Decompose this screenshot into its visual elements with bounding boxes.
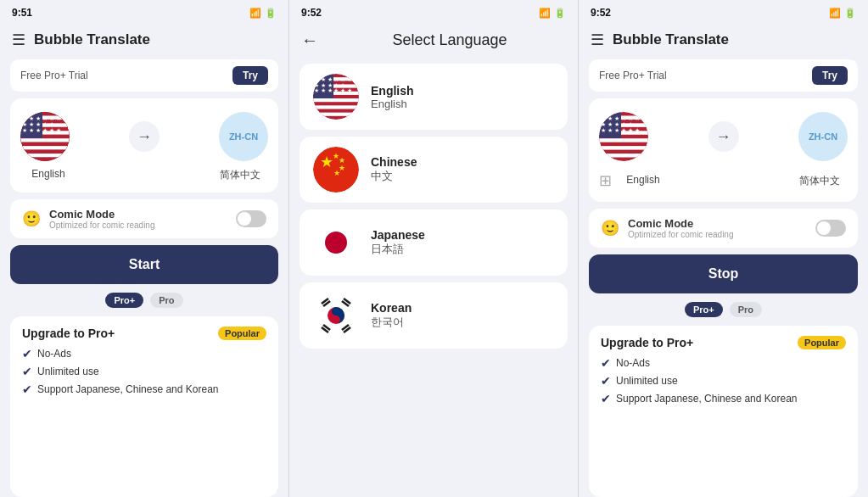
target-lang-label-1: 简体中文 — [216, 168, 265, 182]
svg-text:★: ★ — [333, 169, 340, 177]
upgrade-item-3-0: ✔ No-Ads — [601, 356, 846, 370]
lang-item-chinese[interactable]: ★ ★ ★ ★ ★ Chinese 中文 — [300, 137, 568, 203]
banner-3: Free Pro+ Trial Try — [589, 59, 858, 92]
comic-toggle-1[interactable] — [236, 210, 266, 227]
target-lang-label-3: 简体中文 — [795, 174, 844, 188]
comic-toggle-3[interactable] — [815, 220, 846, 237]
screen-3: 9:52 📶 🔋 ☰ Bubble Translate Free Pro+ Tr… — [579, 0, 868, 497]
battery-icon-1: 🔋 — [265, 8, 277, 19]
pro-badges-1: Pro+ Pro — [0, 293, 288, 308]
status-time-2: 9:52 — [301, 7, 322, 19]
pro-plus-badge-1[interactable]: Pro+ — [105, 293, 143, 308]
flag-english: ★ ★ ★ ★ ★ ★ ★ ★ ★ ★ ★ ★ ★ ★ ★ ★ ★ — [313, 74, 359, 120]
svg-rect-38 — [313, 105, 359, 109]
target-flag-3[interactable]: ZH-CN — [798, 112, 848, 161]
pro-badges-3: Pro+ Pro — [579, 302, 868, 317]
source-flag-3[interactable]: ★ ★ ★ ★ ★ ★ ★ ★ ★ ★ ★ ★ ★ ★ ★ ★ ★ — [599, 112, 648, 161]
svg-point-53 — [325, 232, 347, 254]
lang-row-3: ★ ★ ★ ★ ★ ★ ★ ★ ★ ★ ★ ★ ★ ★ ★ ★ ★ → ZH-C… — [599, 112, 848, 161]
svg-rect-72 — [599, 154, 648, 157]
pro-plus-badge-3[interactable]: Pro+ — [685, 302, 723, 317]
pro-badge-3[interactable]: Pro — [730, 302, 762, 317]
upgrade-item-3-2: ✔ Support Japanese, Chinese and Korean — [601, 392, 846, 405]
comic-info-1: Comic Mode Optimized for comic reading — [49, 208, 227, 230]
try-button-3[interactable]: Try — [812, 66, 848, 85]
svg-text:★ ★ ★ ★ ★: ★ ★ ★ ★ ★ — [22, 121, 54, 127]
kr-flag-list — [313, 293, 359, 338]
menu-icon-3[interactable]: ☰ — [591, 31, 604, 49]
lang-native-korean: 한국어 — [371, 315, 412, 330]
source-flag-1[interactable]: ★ ★ ★ ★ ★ ★ ★ ★ ★ ★ ★ ★ ★ ★ ★ ★ ★ — [20, 112, 70, 161]
lang-labels-3: English 简体中文 — [619, 174, 844, 188]
comic-mode-3: 🙂 Comic Mode Optimized for comic reading — [589, 209, 858, 248]
svg-rect-22 — [20, 138, 70, 142]
svg-rect-39 — [313, 113, 359, 116]
check-icon-1-1: ✔ — [22, 365, 32, 378]
status-bar-2: 9:52 📶 🔋 — [289, 0, 578, 24]
start-button-1[interactable]: Start — [10, 245, 278, 284]
upgrade-title-1: Upgrade to Pro+ — [22, 327, 115, 340]
lang-en-korean: Korean — [371, 301, 412, 315]
lang-native-english: English — [371, 98, 414, 110]
target-flag-1[interactable]: ZH-CN — [219, 112, 268, 161]
flag-chinese: ★ ★ ★ ★ ★ — [313, 147, 359, 193]
screen-2: 9:52 📶 🔋 ← Select Language — [289, 0, 579, 497]
upgrade-item-1-0: ✔ No-Ads — [22, 347, 266, 360]
stop-button-3[interactable]: Stop — [589, 254, 858, 293]
upgrade-item-text-1-1: Unlimited use — [37, 366, 99, 377]
flag-korean — [313, 293, 359, 338]
svg-rect-37 — [313, 98, 359, 102]
comic-subtitle-1: Optimized for comic reading — [49, 221, 227, 230]
signal-icon-2: 📶 — [539, 8, 551, 19]
upgrade-item-1-2: ✔ Support Japanese, Chinese and Korean — [22, 383, 266, 396]
lang-names-korean: Korean 한국어 — [371, 301, 412, 330]
app-title-3: Bubble Translate — [613, 31, 729, 48]
svg-text:★ ★ ★ ★ ★ ★: ★ ★ ★ ★ ★ ★ — [22, 127, 61, 133]
lang-names-english: English English — [371, 84, 414, 110]
app-header-3: ☰ Bubble Translate — [579, 24, 868, 56]
svg-rect-25 — [20, 150, 70, 154]
svg-text:★ ★ ★ ★ ★ ★: ★ ★ ★ ★ ★ ★ — [601, 115, 640, 121]
lang-en-japanese: Japanese — [371, 228, 425, 242]
signal-icon-3: 📶 — [829, 8, 841, 19]
upgrade-item-3-1: ✔ Unlimited use — [601, 374, 846, 388]
svg-text:★ ★ ★ ★ ★ ★: ★ ★ ★ ★ ★ ★ — [601, 127, 640, 133]
cn-flag-list: ★ ★ ★ ★ ★ — [313, 147, 359, 193]
battery-icon-2: 🔋 — [554, 8, 566, 19]
arrow-circle-3: → — [708, 121, 739, 152]
status-icons-3: 📶 🔋 — [829, 8, 856, 19]
comic-mode-1: 🙂 Comic Mode Optimized for comic reading — [10, 199, 278, 238]
arrow-circle-1: → — [129, 121, 160, 152]
svg-rect-27 — [20, 158, 70, 161]
menu-icon-1[interactable]: ☰ — [12, 31, 25, 49]
us-flag-list: ★ ★ ★ ★ ★ ★ ★ ★ ★ ★ ★ ★ ★ ★ ★ ★ ★ — [313, 74, 359, 120]
source-lang-label-3: English — [619, 174, 668, 188]
app-header-1: ☰ Bubble Translate — [0, 24, 288, 56]
lang-item-japanese[interactable]: Japanese 日本語 — [300, 209, 568, 276]
lang-item-english[interactable]: ★ ★ ★ ★ ★ ★ ★ ★ ★ ★ ★ ★ ★ ★ ★ ★ ★ Englis… — [300, 64, 568, 130]
upgrade-card-3: Upgrade to Pro+ Popular ✔ No-Ads ✔ Unlim… — [589, 326, 858, 497]
lang-item-korean[interactable]: Korean 한국어 — [300, 282, 568, 349]
pro-badge-1[interactable]: Pro — [150, 293, 182, 308]
upgrade-header-1: Upgrade to Pro+ Popular — [22, 327, 266, 340]
status-icons-2: 📶 🔋 — [539, 8, 566, 19]
svg-text:★: ★ — [320, 154, 333, 170]
popular-badge-1: Popular — [218, 327, 266, 340]
lang-en-english: English — [371, 84, 414, 98]
back-icon-2[interactable]: ← — [301, 31, 318, 50]
svg-rect-70 — [599, 138, 648, 142]
comic-title-1: Comic Mode — [49, 208, 227, 221]
check-icon-1-2: ✔ — [22, 383, 32, 396]
upgrade-item-text-3-1: Unlimited use — [616, 375, 678, 387]
status-bar-1: 9:51 📶 🔋 — [0, 0, 288, 24]
battery-icon-3: 🔋 — [844, 8, 856, 19]
status-bar-3: 9:52 📶 🔋 — [579, 0, 868, 24]
try-button-1[interactable]: Try — [232, 66, 268, 85]
upgrade-header-3: Upgrade to Pro+ Popular — [601, 336, 846, 349]
lang-en-chinese: Chinese — [371, 155, 417, 169]
capture-icon-3: ⊞ — [599, 171, 612, 190]
lang-names-japanese: Japanese 日本語 — [371, 228, 425, 257]
screens-container: 9:51 📶 🔋 ☰ Bubble Translate Free Pro+ Tr… — [0, 0, 868, 497]
status-time-3: 9:52 — [591, 7, 611, 19]
banner-text-1: Free Pro+ Trial — [20, 70, 88, 81]
